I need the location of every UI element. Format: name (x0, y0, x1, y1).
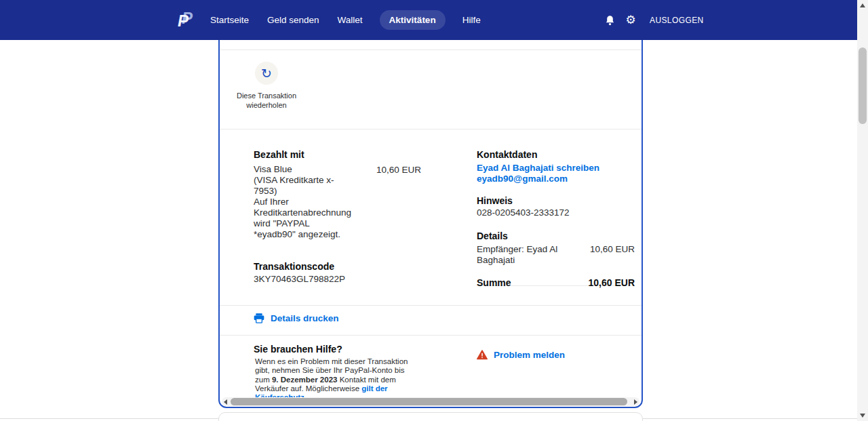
paypal-logo-front-p: P (178, 12, 189, 31)
nav-right-cluster: ⚙ AUSLOGGEN (604, 0, 704, 40)
gear-icon[interactable]: ⚙ (625, 14, 637, 26)
page-scrollbar[interactable] (857, 0, 868, 421)
divider (220, 335, 642, 336)
top-navbar: P P Startseite Geld senden Wallet Aktivi… (0, 0, 857, 40)
payment-method-details: Visa Blue (VISA Kreditkarte x-7953) Auf … (254, 164, 343, 240)
paypal-logo[interactable]: P P (178, 9, 197, 31)
total-amount: 10,60 EUR (589, 277, 635, 288)
report-problem-button[interactable]: Problem melden (477, 350, 565, 360)
warning-icon (477, 350, 488, 360)
recipient-amount: 10,60 EUR (590, 244, 635, 254)
scrollbar-down-arrow-icon[interactable] (860, 414, 865, 418)
nav-item-aktivitaeten-active[interactable]: Aktivitäten (380, 10, 446, 30)
logout-button[interactable]: AUSLOGGEN (650, 16, 704, 25)
scrollbar-right-arrow-icon[interactable] (634, 399, 637, 405)
repeat-transaction-label: Diese Transaktion wiederholen (231, 92, 302, 110)
paid-with-heading: Bezahlt mit (254, 149, 304, 160)
card-horizontal-scrollbar-thumb[interactable] (231, 398, 627, 405)
nav-item-wallet[interactable]: Wallet (336, 10, 364, 30)
divider (220, 129, 642, 129)
next-section-card (218, 412, 643, 421)
contact-heading: Kontaktdaten (477, 149, 537, 160)
report-problem-label: Problem melden (494, 350, 565, 360)
nav-item-hilfe[interactable]: Hilfe (461, 10, 482, 30)
total-label: Summe (477, 277, 511, 288)
details-heading: Details (477, 230, 508, 241)
payment-method-detail: (VISA Kreditkarte x-7953) (254, 175, 343, 197)
nav-item-startseite[interactable]: Startseite (209, 10, 250, 30)
payment-amount: 10,60 EUR (376, 165, 421, 175)
transaction-detail-card: ↻ Diese Transaktion wiederholen Bezahlt … (218, 14, 643, 408)
payment-method-name: Visa Blue (254, 164, 343, 175)
page-scrollbar-thumb[interactable] (859, 47, 867, 124)
scrollbar-left-arrow-icon[interactable] (224, 399, 227, 405)
contact-email-link[interactable]: eyadb90@gmail.com (477, 174, 568, 184)
scrollbar-up-arrow-icon[interactable] (860, 3, 865, 7)
note-value: 028-0205403-2333172 (477, 207, 570, 218)
help-deadline: 9. Dezember 2023 (272, 376, 338, 384)
card-horizontal-scrollbar[interactable] (222, 397, 639, 406)
nav-item-geld-senden[interactable]: Geld senden (266, 10, 321, 30)
note-heading: Hinweis (477, 195, 513, 206)
divider (220, 305, 642, 306)
nav-links: Startseite Geld senden Wallet Aktivitäte… (209, 0, 482, 40)
divider (220, 49, 642, 50)
help-heading: Sie brauchen Hilfe? (254, 344, 342, 355)
help-text: Wenn es ein Problem mit dieser Transakti… (255, 357, 419, 402)
transaction-code-heading: Transaktionscode (254, 261, 334, 272)
refresh-icon[interactable]: ↻ (255, 62, 278, 85)
payment-statement-note: Auf Ihrer Kreditkartenabrechnung wird "P… (254, 197, 343, 240)
bell-icon[interactable] (604, 14, 616, 26)
repeat-transaction-action[interactable]: ↻ Diese Transaktion wiederholen (231, 62, 302, 110)
recipient-label: Empfänger: Eyad Al Baghajati (477, 244, 585, 266)
print-details-button[interactable]: Details drucken (254, 313, 339, 323)
transaction-code-value: 3KY70463GL798822P (254, 274, 345, 285)
print-details-label: Details drucken (271, 313, 339, 323)
write-contact-link[interactable]: Eyad Al Baghajati schreiben (477, 163, 599, 173)
printer-icon (254, 313, 264, 323)
